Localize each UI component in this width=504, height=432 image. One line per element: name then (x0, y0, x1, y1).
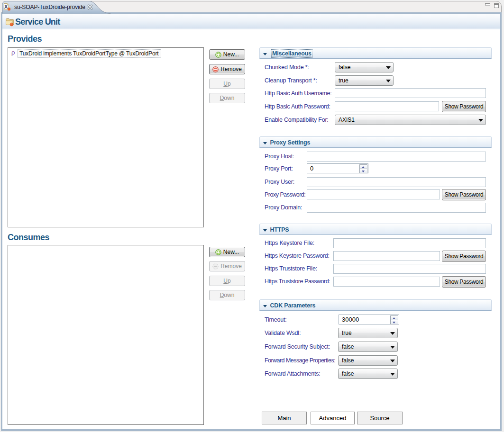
svg-text:X: X (4, 4, 8, 9)
